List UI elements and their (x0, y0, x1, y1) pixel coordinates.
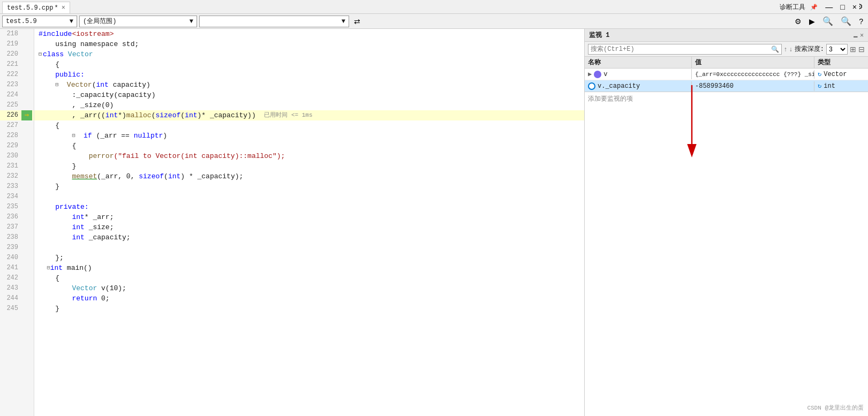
diag-settings-btn[interactable]: ⚙ (792, 16, 804, 27)
dropdown-arrow-icon: ▼ (65, 18, 73, 25)
execution-arrow-icon: ⇒ (25, 110, 29, 120)
search-input[interactable] (591, 46, 771, 53)
code-line-244: return 0; (34, 293, 584, 304)
var-v-label: v (603, 71, 607, 78)
search-up-btn[interactable]: ↑ (784, 46, 787, 53)
add-watch-label: 添加要监视的项 (588, 94, 633, 103)
diag-run-btn[interactable]: ▶ (806, 16, 818, 27)
expand-v-icon[interactable]: ▶ (588, 70, 592, 78)
refresh-v-icon[interactable]: ↻ (818, 70, 821, 78)
search-magnifier-icon[interactable]: 🔍 (771, 46, 779, 53)
line-num-219: 219 (0, 39, 21, 49)
sync-btn[interactable]: ⇄ (351, 16, 363, 27)
code-line-240: }; (34, 253, 584, 263)
diag-minimize-btn[interactable]: — (822, 1, 835, 13)
line-num-243: 243 (0, 283, 21, 293)
member-dropdown[interactable]: ▼ (199, 16, 349, 27)
col-value-header: 值 (692, 57, 814, 68)
line-num-223: 223 (0, 80, 21, 90)
file-tab-modified: * (54, 4, 58, 12)
diag-zoom-in-btn[interactable]: 🔍 (820, 16, 836, 27)
code-line-229: { (34, 141, 584, 151)
line-num-225: 225 (0, 100, 21, 110)
search-box[interactable]: 🔍 (588, 44, 782, 55)
line-num-242: 242 (0, 273, 21, 283)
code-line-242: { (34, 273, 584, 283)
line-num-238: 238 (0, 232, 21, 243)
line-num-222: 222 (0, 70, 21, 80)
watch-row-capacity-value: -858993460 (692, 81, 814, 91)
code-line-231: } (34, 161, 584, 171)
watch-row-v[interactable]: ▶ v {_arr=0xcccccccccccccccc {???} _size… (585, 69, 868, 80)
diag-title: 诊断工具 (780, 3, 805, 12)
code-line-218: #include<iostream> (34, 29, 584, 39)
watch-row-capacity[interactable]: v._capacity -858993460 ↻ int (585, 80, 868, 92)
diag-restore-btn[interactable]: □ (837, 1, 847, 13)
line-num-241: 241 (0, 263, 21, 273)
var-v-type: Vector (824, 71, 847, 78)
watch-row-v-value: {_arr=0xcccccccccccccccc {???} _size=-..… (692, 70, 814, 79)
col-name-header: 名称 (585, 57, 692, 68)
line-num-226: 226 (0, 110, 21, 120)
refresh-capacity-icon[interactable]: ↻ (818, 82, 821, 90)
line-num-239: 239 (0, 243, 21, 253)
file-location-label: test.5.9 (6, 18, 37, 25)
diag-fit-btn[interactable]: ? (856, 16, 866, 27)
search-depth-label: 搜索深度: (795, 44, 824, 54)
diag-zoom-out-btn[interactable]: 🔍 (838, 16, 854, 27)
code-line-236: int* _arr; (34, 212, 584, 222)
watermark: CSDN @龙里出生的蛋 (807, 404, 864, 412)
dropdown-arrow3-icon: ▼ (337, 18, 345, 25)
dropdown-arrow2-icon: ▼ (185, 18, 193, 25)
code-line-239 (34, 243, 584, 253)
line-num-235: 235 (0, 202, 21, 212)
watch-row-v-type: ↻ Vector (814, 69, 868, 79)
code-line-219: using namespace std; (34, 39, 584, 49)
watch-panel-header: 监视 1 🗕 × (585, 29, 868, 42)
diag-close-btn[interactable]: × (850, 1, 859, 13)
code-line-226: , _arr((int*)malloc(sizeof(int)* _capaci… (34, 110, 584, 120)
line-num-236: 236 (0, 212, 21, 222)
line-num-237: 237 (0, 222, 21, 232)
line-num-229: 229 (0, 141, 21, 151)
line-num-227: 227 (0, 120, 21, 131)
file-tab[interactable]: test.5.9.cpp * × (2, 2, 70, 13)
line-num-220: 220 (0, 49, 21, 59)
code-line-225: , _size(0) (34, 100, 584, 110)
search-down-btn[interactable]: ↓ (789, 46, 792, 53)
code-line-224: :_capacity(capacity) (34, 90, 584, 100)
code-line-233: } (34, 181, 584, 192)
search-depth-dropdown[interactable]: 3 1 2 4 5 (826, 44, 848, 55)
code-line-232: memset(_arr, 0, sizeof(int) * _capacity)… (34, 171, 584, 181)
line-num-240: 240 (0, 253, 21, 263)
line-num-234: 234 (0, 192, 21, 202)
line-num-221: 221 (0, 59, 21, 70)
var-capacity-label: v._capacity (598, 82, 640, 90)
code-line-241: ⊟int main() (34, 263, 584, 273)
line-num-224: 224 (0, 90, 21, 100)
diag-pin-btn[interactable]: 📌 (807, 1, 820, 13)
watch-toolbar: 🔍 ↑ ↓ 搜索深度: 3 1 2 4 5 ⊞ ⊟ (585, 42, 868, 57)
watch-close-btn[interactable]: × (860, 32, 864, 39)
code-line-235: private: (34, 202, 584, 212)
watch-row-v-name: ▶ v (585, 69, 692, 79)
code-line-243: Vector v(10); (34, 283, 584, 293)
file-location-dropdown[interactable]: test.5.9 ▼ (2, 16, 77, 27)
scope-dropdown[interactable]: (全局范围) ▼ (79, 16, 197, 27)
watch-table: 名称 值 类型 ▶ v {_arr=0xcccccccccccccccc {??… (585, 57, 868, 416)
expand-all-btn[interactable]: ⊞ (850, 45, 856, 54)
scope-label: (全局范围) (83, 17, 116, 26)
watch-table-header: 名称 值 类型 (585, 57, 868, 69)
collapse-all-btn[interactable]: ⊟ (858, 45, 865, 54)
add-watch-row[interactable]: 添加要监视的项 (585, 92, 868, 105)
code-line-237: int _size; (34, 222, 584, 232)
line-num-230: 230 (0, 151, 21, 161)
line-num-218: 218 (0, 29, 21, 39)
line-num-245: 245 (0, 304, 21, 314)
watch-row-capacity-type: ↻ int (814, 81, 868, 91)
watch-minimize-btn[interactable]: 🗕 (852, 32, 859, 39)
code-line-220: ⊟class Vector (34, 49, 584, 59)
line-num-232: 232 (0, 171, 21, 181)
line-num-231: 231 (0, 161, 21, 171)
close-icon[interactable]: × (62, 4, 65, 12)
